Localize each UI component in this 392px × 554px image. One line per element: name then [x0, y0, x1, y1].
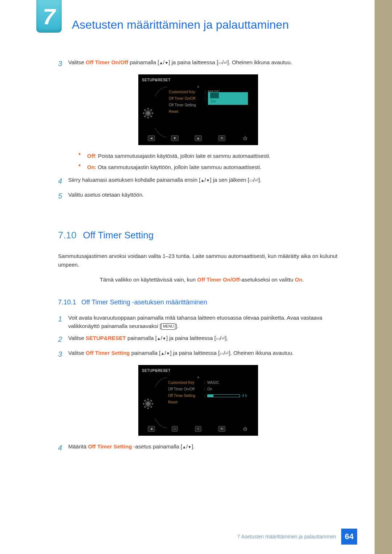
- text: ].: [258, 177, 261, 183]
- off-timer-onoff-label: Off Timer On/Off: [86, 59, 128, 65]
- text: painamalla [: [126, 335, 157, 341]
- up-icon: [161, 350, 165, 356]
- osd-slider-value: 4 h: [242, 393, 247, 399]
- off-timer-setting-label: Off Timer Setting: [86, 350, 130, 356]
- sub-step-2: 2 Valitse SETUP&RESET painamalla [/] ja …: [58, 334, 338, 345]
- colon: :: [204, 386, 207, 392]
- text: ] ja paina laitteessa [: [166, 335, 216, 341]
- colon: :: [205, 96, 208, 102]
- text: Off: Poista sammutusajastin käytöstä, jo…: [87, 152, 270, 160]
- step-body: Siirry haluamasi asetuksen kohdalle pain…: [68, 176, 338, 187]
- osd-arc-decoration: [151, 377, 167, 428]
- up-icon: [200, 177, 204, 183]
- step-number: 3: [58, 349, 68, 360]
- text: On: Ota sammutusajastin käyttöön, jolloi…: [87, 163, 261, 171]
- text: : Ota sammutusajastin käyttöön, jolloin …: [95, 164, 261, 170]
- section-number: 7.10: [58, 228, 77, 242]
- rect-icon: [220, 350, 224, 356]
- osd-screenshot-1: SETUP&RESET ▲ Customized Key : MAGIC Off…: [138, 74, 258, 145]
- text: painamalla [: [128, 59, 159, 65]
- osd-plus-icon: +: [195, 426, 201, 432]
- down-icon: [188, 443, 192, 450]
- setup-reset-label: SETUP&RESET: [86, 335, 126, 341]
- note: Tämä valikko on käytettävissä vain, kun …: [65, 275, 338, 284]
- subsection-title: Off Timer Setting -asetuksen määrittämin…: [81, 299, 207, 306]
- osd-label: Reset: [169, 109, 205, 115]
- down-icon: [162, 335, 166, 341]
- step-number: 3: [58, 58, 68, 69]
- footer-page-number: 64: [341, 529, 357, 545]
- osd-dropdown: Off On: [208, 92, 248, 105]
- subsection-number: 7.10.1: [58, 299, 76, 306]
- text: painamalla [: [130, 350, 160, 356]
- osd-slider-track: [207, 394, 240, 397]
- step-number: 5: [58, 190, 68, 202]
- osd-row-off-timer-onoff: Off Timer On/Off : Off On: [169, 95, 254, 102]
- step-body: Valitse SETUP&RESET painamalla [/] ja pa…: [68, 334, 338, 345]
- osd-back-icon: ◄: [148, 426, 155, 432]
- text: -asetus painamalla [: [132, 443, 182, 450]
- up-icon: [157, 335, 161, 341]
- up-icon: [182, 443, 186, 450]
- text: Valitse: [68, 335, 86, 341]
- osd-dropdown-option: On: [210, 99, 216, 103]
- colon: :: [204, 393, 207, 399]
- subsection-7-10-1: 7.10.1Off Timer Setting -asetuksen määri…: [58, 297, 338, 308]
- osd-label: Reset: [168, 399, 204, 405]
- off-timer-onoff-label: Off Timer On/Off: [197, 276, 240, 283]
- text: Siirry haluamasi asetuksen kohdalle pain…: [68, 177, 200, 183]
- osd-row-off-timer-onoff: Off Timer On/Off : On: [168, 386, 254, 393]
- rect-icon: [218, 59, 222, 65]
- text: ].: [192, 443, 195, 450]
- text: Valitse: [68, 350, 86, 356]
- off-timer-setting-label: Off Timer Setting: [88, 443, 132, 450]
- bullet-icon: •: [78, 152, 87, 160]
- osd-row-off-timer-setting: Off Timer Setting : 4 h: [168, 393, 254, 399]
- text: ] ja paina laitteessa [: [170, 350, 220, 356]
- osd-down-icon: ▼: [171, 135, 179, 141]
- sub-step-4: 4 Määritä Off Timer Setting -asetus pain…: [58, 442, 338, 454]
- step-4: 4 Siirry haluamasi asetuksen kohdalle pa…: [58, 176, 338, 187]
- bullet-on: • On: Ota sammutusajastin käyttöön, joll…: [78, 163, 338, 171]
- osd-value: On: [207, 386, 212, 392]
- enter-icon: [221, 335, 225, 341]
- down-icon: [164, 59, 168, 65]
- osd-label: Off Timer Setting: [168, 393, 204, 399]
- osd-row-reset: Reset: [168, 399, 254, 406]
- osd-minus-icon: −: [172, 426, 178, 432]
- menu-button-icon: MENU: [161, 323, 175, 330]
- down-icon: [166, 350, 170, 356]
- osd-slider-fill: [208, 395, 213, 397]
- sub-step-3: 3 Valitse Off Timer Setting painamalla […: [58, 349, 338, 360]
- osd-title: SETUP&RESET: [138, 365, 258, 375]
- osd-return-icon: ⟲: [218, 426, 225, 432]
- enter-icon: [225, 350, 229, 356]
- rect-icon: [249, 177, 253, 183]
- sub-step-1: 1 Voit avata kuvaruutuoppaan painamalla …: [58, 313, 338, 331]
- chapter-number-badge: 7: [36, 0, 62, 33]
- section-title: Off Timer Setting: [83, 228, 154, 242]
- bullet-list: • Off: Poista sammutusajastin käytöstä, …: [78, 152, 338, 172]
- text: Määritä: [68, 443, 88, 450]
- text: ] ja sen jälkeen [: [210, 177, 249, 183]
- chapter-header: 7 Asetusten määrittäminen ja palauttamin…: [0, 0, 375, 33]
- osd-power-icon: ⏻: [243, 136, 247, 140]
- step-number: 2: [58, 334, 68, 345]
- text: ].: [175, 323, 178, 329]
- osd-back-icon: ◄: [148, 135, 155, 141]
- step-body: Valitse Off Timer On/Off painamalla [/] …: [68, 58, 338, 69]
- text: Voit avata kuvaruutuoppaan painamalla mi…: [68, 315, 322, 329]
- osd-value: MAGIC: [207, 380, 219, 386]
- osd-dropdown-selected: Off: [210, 93, 219, 98]
- osd-label: Off Timer On/Off: [169, 96, 205, 102]
- osd-up-icon: ▲: [195, 135, 202, 141]
- step-body: Valittu asetus otetaan käyttöön.: [68, 190, 338, 202]
- step-number: 4: [58, 176, 68, 187]
- up-icon: [159, 59, 163, 65]
- osd-scroll-up-icon: ▲: [138, 85, 258, 88]
- colon: :: [205, 89, 208, 95]
- osd-power-icon: ⏻: [243, 427, 247, 431]
- content: 3 Valitse Off Timer On/Off painamalla [/…: [0, 33, 375, 454]
- section-7-10: 7.10 Off Timer Setting: [58, 228, 338, 242]
- osd-arc-decoration: [151, 87, 167, 138]
